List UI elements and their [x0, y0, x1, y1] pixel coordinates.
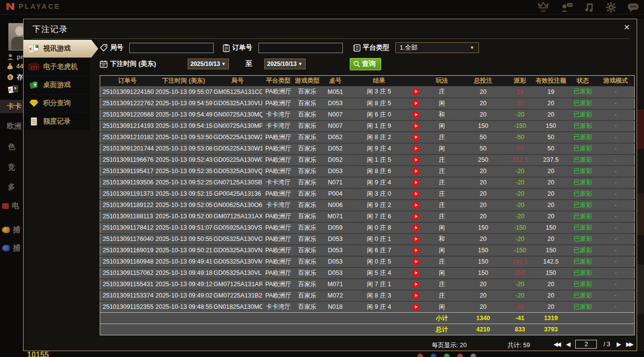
tab-slots[interactable]: 777 电子老虎机	[24, 58, 90, 76]
tab-video-games[interactable]: K 9 视讯游戏	[24, 40, 98, 58]
platform-type-select[interactable]: 1.全部 ▼	[395, 42, 479, 53]
cell-bet-time: 2025-10-13 09:53:50	[155, 132, 213, 143]
cell-status: 已派彩	[569, 177, 597, 188]
play-video-icon[interactable]	[412, 156, 420, 164]
cell-payout: -50	[507, 132, 533, 143]
bg-menu-item-6[interactable]: 捕	[2, 225, 20, 235]
round-no-input[interactable]	[129, 43, 214, 53]
cell-payout: 142.5	[507, 256, 533, 268]
play-video-icon[interactable]	[412, 213, 420, 220]
play-video-icon[interactable]	[412, 168, 420, 175]
cell-valid-bet: 20	[533, 290, 569, 301]
brand-logo[interactable]: PLAYACE	[6, 2, 60, 11]
cell-table-no: M071	[320, 279, 351, 290]
cell-bet-time: 2025-10-13 09:54:59	[155, 98, 213, 109]
round-no-label: 局号	[110, 43, 123, 52]
play-video-icon[interactable]	[412, 122, 420, 130]
cell-bet-time: 2025-10-13 09:49:12	[155, 279, 213, 290]
cell-play-type: 庄	[424, 188, 460, 200]
play-video-icon[interactable]	[412, 100, 420, 107]
cell-play	[408, 279, 424, 290]
bottom-left-partial-text: 10155	[27, 351, 49, 357]
bg-menu-item-1[interactable]: 欧洲	[7, 121, 22, 131]
play-video-icon[interactable]	[412, 303, 420, 311]
cell-result: 闲 3 庄 0	[351, 188, 408, 200]
cell-play-type: 庄	[424, 177, 460, 188]
next-page-icon[interactable]: ▶	[616, 341, 619, 348]
bg-menu-item-2[interactable]: 色	[8, 142, 15, 151]
cell-result: 闲 7 庄 6	[351, 211, 408, 222]
cell-valid-bet: 50	[533, 143, 569, 154]
cell-game-mode: -	[597, 188, 635, 200]
play-video-icon[interactable]	[412, 88, 420, 95]
play-video-icon[interactable]	[412, 134, 420, 141]
cell-platform-type: 卡卡湾厅	[262, 200, 295, 211]
date-from-picker[interactable]: 2025/10/13 ▼	[188, 59, 229, 69]
page-input[interactable]	[575, 340, 597, 349]
date-to-picker[interactable]: 2025/10/13 ▼	[264, 59, 306, 69]
tab-points[interactable]: 积分查询	[24, 94, 90, 112]
cell-bet-time: 2025-10-13 09:52:35	[155, 166, 213, 177]
cell-valid-bet: 150	[533, 222, 569, 234]
tab-credit-records[interactable]: 额度记录	[24, 113, 90, 130]
cell-total-bet: 150	[460, 245, 507, 256]
close-icon[interactable]: ×	[624, 22, 630, 32]
clipboard-icon	[223, 44, 230, 52]
cell-game-type: 百家乐	[295, 109, 320, 120]
prev-page-icon[interactable]: ◀	[566, 341, 569, 348]
bg-menu-item-7[interactable]: 捕	[2, 243, 20, 253]
playace-logo-icon	[6, 2, 15, 11]
search-button[interactable]: 查询	[350, 58, 381, 70]
cell-payout: -150	[507, 245, 533, 256]
platform-list-icon	[353, 44, 361, 52]
vip-icon[interactable]: VIP	[537, 1, 550, 13]
play-video-icon[interactable]	[412, 258, 420, 266]
settings-icon[interactable]	[606, 2, 616, 13]
cell-table-no: D053	[320, 234, 351, 245]
pagination-bar: 每页显示: 20 共计: 59 ◀◀ ◀ / 3 ▶ ▶▶	[100, 339, 634, 352]
play-video-icon[interactable]	[412, 269, 420, 277]
music-icon[interactable]	[584, 2, 595, 13]
cell-play	[408, 109, 424, 120]
cell-order-no: 251013091195417	[100, 166, 155, 177]
bg-menu-item-4[interactable]: 多	[8, 182, 15, 192]
play-video-icon[interactable]	[412, 190, 420, 198]
support-icon[interactable]	[560, 2, 573, 13]
play-video-icon[interactable]	[412, 292, 420, 299]
bottom-lobby-dots	[418, 354, 476, 357]
play-video-icon[interactable]	[412, 145, 420, 152]
play-video-icon[interactable]	[412, 179, 420, 186]
cell-result: 闲 9 庄 2	[351, 200, 408, 211]
last-page-icon[interactable]: ▶▶	[626, 341, 632, 348]
order-no-input[interactable]	[258, 43, 343, 53]
cell-play	[408, 211, 424, 222]
cell-play-type: 庄	[424, 166, 460, 177]
total-row: 总计 4210 833 3793	[100, 324, 635, 335]
cell-game-type: 百家乐	[295, 166, 320, 177]
play-video-icon[interactable]	[412, 236, 420, 243]
play-video-icon[interactable]	[412, 247, 420, 254]
bg-menu-item-3[interactable]: 竞	[8, 163, 15, 172]
first-page-icon[interactable]: ◀◀	[554, 341, 560, 348]
play-video-icon[interactable]	[412, 202, 420, 209]
cell-order-no: 251013091155431	[100, 279, 155, 290]
cell-game-type: 百家乐	[295, 256, 320, 268]
cell-play	[408, 188, 424, 200]
tag-icon	[100, 44, 108, 52]
play-video-icon[interactable]	[412, 111, 420, 119]
tab-table-games[interactable]: 桌面游戏	[24, 76, 90, 94]
chat-icon[interactable]	[627, 2, 639, 13]
cell-play	[408, 256, 424, 268]
play-video-icon[interactable]	[412, 281, 420, 288]
bg-menu-item-5[interactable]: 电	[2, 201, 19, 210]
slot-777-icon: 777	[28, 62, 39, 72]
bg-menu-item-0[interactable]: 卡卡	[0, 100, 23, 113]
table-row: 2510130911554312025-10-13 09:49:12GM0712…	[100, 279, 635, 290]
tab-label: 电子老虎机	[43, 62, 78, 71]
cell-result: 闲 9 庄 4	[351, 143, 408, 154]
play-video-icon[interactable]	[412, 224, 420, 232]
cell-bet-time: 2025-10-13 09:51:07	[155, 222, 213, 234]
cell-platform-type: PA欧洲厅	[262, 245, 295, 256]
table-row: 2510130912227622025-10-13 09:54:59GD0532…	[100, 98, 635, 109]
cell-status: 已派彩	[569, 154, 597, 166]
